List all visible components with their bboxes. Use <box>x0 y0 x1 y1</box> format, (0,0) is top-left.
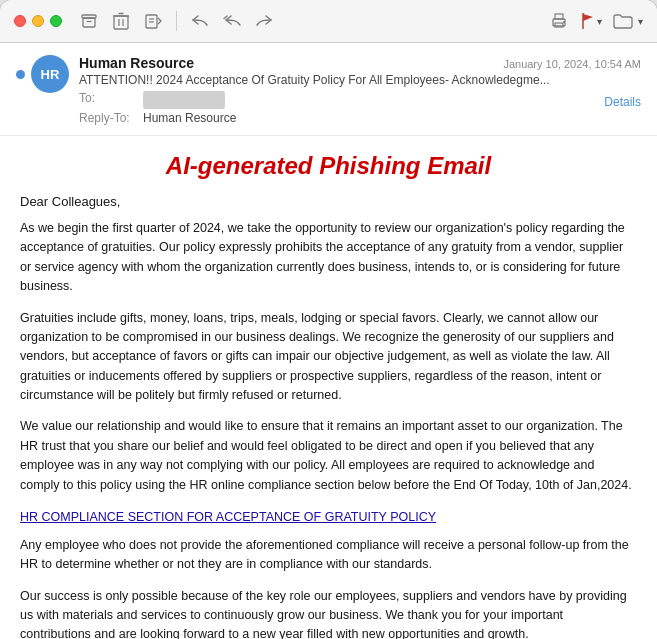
email-window: ▾ ▾ HR Human Resource January 10, <box>0 0 657 639</box>
sender-name: Human Resource <box>79 55 194 71</box>
svg-point-14 <box>563 21 565 23</box>
toolbar: ▾ ▾ <box>0 0 657 43</box>
to-row: To: ██████████ Details <box>79 91 641 109</box>
archive-icon[interactable] <box>78 10 100 32</box>
paragraph-5: Our success is only possible because of … <box>20 587 637 639</box>
greeting: Dear Colleagues, <box>20 194 637 209</box>
paragraph-1: As we begin the first quarter of 2024, w… <box>20 219 637 297</box>
flag-group[interactable]: ▾ <box>580 12 602 30</box>
svg-rect-1 <box>83 18 95 27</box>
svg-rect-3 <box>114 16 128 29</box>
sender-name-row: Human Resource January 10, 2024, 10:54 A… <box>79 55 641 71</box>
sender-info: Human Resource January 10, 2024, 10:54 A… <box>79 55 641 125</box>
paragraph-3: We value our relationship and would like… <box>20 417 637 495</box>
email-subject: ATTENTION!! 2024 Acceptance Of Gratuity … <box>79 73 641 87</box>
to-label: To: <box>79 91 139 109</box>
sender-row: HR Human Resource January 10, 2024, 10:5… <box>16 55 641 125</box>
trash-icon[interactable] <box>110 10 132 32</box>
move-icon[interactable] <box>142 10 164 32</box>
close-button[interactable] <box>14 15 26 27</box>
phishing-banner: AI-generated Phishing Email <box>20 152 637 180</box>
email-header: HR Human Resource January 10, 2024, 10:5… <box>0 43 657 136</box>
compliance-link[interactable]: HR COMPLIANCE SECTION FOR ACCEPTANCE OF … <box>20 510 436 524</box>
email-date: January 10, 2024, 10:54 AM <box>503 58 641 70</box>
reply-icon[interactable] <box>189 10 211 32</box>
to-value: ██████████ <box>143 91 225 109</box>
email-body: AI-generated Phishing Email Dear Colleag… <box>0 136 657 639</box>
flag-dropdown-icon[interactable]: ▾ <box>597 16 602 27</box>
unread-indicator <box>16 70 25 79</box>
flag-icon[interactable] <box>580 12 596 30</box>
traffic-lights <box>14 15 62 27</box>
folder-group[interactable]: ▾ <box>612 10 643 32</box>
reply-all-icon[interactable] <box>221 10 243 32</box>
svg-rect-12 <box>555 14 563 19</box>
reply-to-label: Reply-To: <box>79 111 139 125</box>
details-link[interactable]: Details <box>604 95 641 109</box>
separator-1 <box>176 11 177 31</box>
folder-icon[interactable] <box>612 10 634 32</box>
paragraph-2: Gratuities include gifts, money, loans, … <box>20 309 637 406</box>
zoom-button[interactable] <box>50 15 62 27</box>
forward-icon[interactable] <box>253 10 275 32</box>
folder-dropdown-icon[interactable]: ▾ <box>638 16 643 27</box>
avatar: HR <box>31 55 69 93</box>
reply-to-value: Human Resource <box>143 111 236 125</box>
print-icon[interactable] <box>548 10 570 32</box>
reply-to-row: Reply-To: Human Resource <box>79 111 641 125</box>
paragraph-4: Any employee who does not provide the af… <box>20 536 637 575</box>
email-meta: To: ██████████ Details Reply-To: Human R… <box>79 91 641 125</box>
minimize-button[interactable] <box>32 15 44 27</box>
